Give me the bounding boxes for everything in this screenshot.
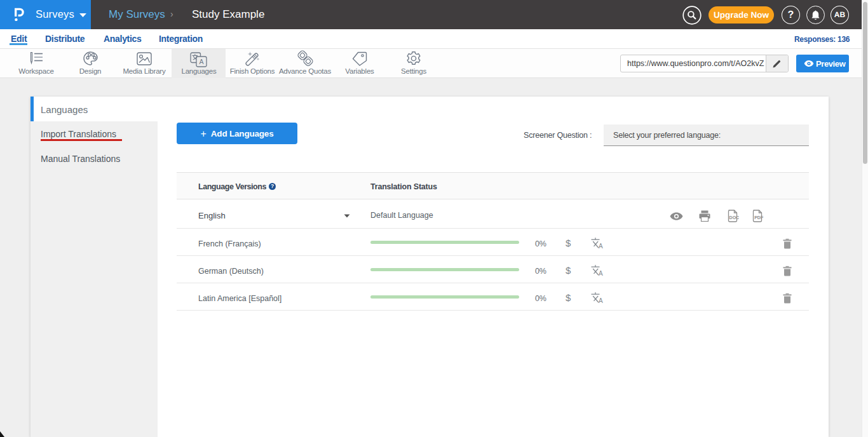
- svg-text:A: A: [599, 270, 603, 276]
- svg-text:A: A: [200, 58, 204, 65]
- svg-text:A: A: [599, 297, 603, 304]
- svg-text:A: A: [599, 243, 603, 249]
- svg-text:PDF: PDF: [754, 215, 764, 220]
- svg-text:DOC: DOC: [729, 215, 739, 220]
